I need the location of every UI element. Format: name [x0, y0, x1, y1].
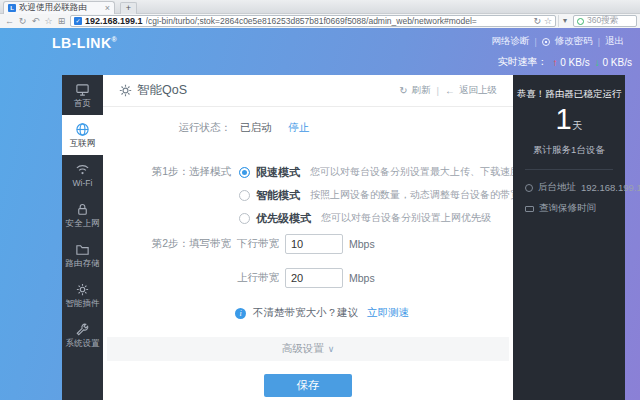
- mode-option-row: 第1步：选择模式 限速模式 您可以对每台设备分别设置最大上传、下载速度: [103, 164, 513, 180]
- tab-close-icon[interactable]: ×: [105, 4, 110, 13]
- back-to-parent-button[interactable]: 返回上级: [459, 84, 497, 97]
- url-reader-icon[interactable]: ↻: [533, 16, 541, 26]
- wrench-icon: [75, 322, 90, 337]
- router-admin-page: LB-LINK® 网络诊断 | 修改密码 | 退出 实时速率： ↑ 0 KB/s…: [0, 28, 640, 400]
- password-icon: [542, 38, 550, 46]
- speed-test-link[interactable]: 立即测速: [367, 306, 409, 320]
- upload-bandwidth-label: 上行带宽: [237, 271, 279, 285]
- sidebar-item-home[interactable]: 首页: [62, 75, 103, 115]
- download-bandwidth-label: 下行带宽: [237, 237, 279, 251]
- apps-grid-icon[interactable]: ⊞: [55, 15, 68, 27]
- refresh-button[interactable]: 刷新: [412, 84, 431, 97]
- status-value: 已启动: [240, 121, 272, 135]
- warranty-line[interactable]: 查询保修时间: [513, 202, 625, 215]
- uptime-days: 1天: [513, 104, 625, 141]
- tip-text: 不清楚带宽大小？建议: [253, 306, 358, 320]
- header-links: 网络诊断 | 修改密码 | 退出: [492, 35, 624, 48]
- sidebar-item-security[interactable]: 安全上网: [62, 195, 103, 235]
- download-arrow-icon: ↓: [595, 57, 600, 68]
- url-dropdown-icon[interactable]: ▾: [558, 15, 571, 27]
- new-tab-button[interactable]: +: [120, 2, 137, 14]
- download-unit: Mbps: [349, 238, 375, 250]
- step2-label: 第2步：填写带宽: [103, 237, 231, 251]
- sidebar-item-plugins[interactable]: 智能插件: [62, 275, 103, 315]
- logout-link[interactable]: 退出: [605, 35, 624, 48]
- sidebar-item-wifi[interactable]: Wi-Fi: [62, 155, 103, 195]
- status-label: 运行状态：: [103, 121, 231, 135]
- chevron-down-icon: ∨: [328, 344, 335, 354]
- back-arrow-icon: ←: [445, 85, 455, 96]
- uptime-days-value: 1: [555, 103, 571, 135]
- separator: |: [598, 37, 600, 47]
- home-icon: [75, 82, 90, 97]
- save-button[interactable]: 保存: [264, 374, 352, 397]
- upload-speed: 0 KB/s: [560, 57, 589, 68]
- status-aside: 恭喜！路由器已稳定运行 1天 累计服务1台设备 后台地址 192.168.199…: [513, 75, 625, 400]
- search-box[interactable]: 360搜索: [573, 15, 637, 27]
- refresh-icon: ↻: [399, 85, 407, 96]
- status-row: 运行状态： 已启动 停止: [103, 121, 513, 135]
- uptime-days-unit: 天: [573, 120, 583, 131]
- address-icon: [525, 184, 533, 192]
- address-bar: ← ↻ ↶ ☆ ⊞ ✓ 192.168.199.1 /cgi-bin/turbo…: [0, 14, 640, 28]
- radio-priority-mode[interactable]: [239, 213, 250, 224]
- panel-header: 智能QoS ↻ 刷新 | ← 返回上级: [103, 75, 513, 107]
- option-desc: 您可以对每台设备分别设置上网优先级: [321, 211, 491, 225]
- wifi-icon: [75, 162, 90, 177]
- separator: |: [437, 85, 439, 96]
- speed-label: 实时速率：: [498, 55, 548, 69]
- gear-icon: [119, 84, 132, 97]
- favicon-icon: L: [8, 4, 16, 12]
- download-bandwidth-input[interactable]: [285, 234, 343, 254]
- brand-logo: LB-LINK®: [52, 35, 117, 51]
- admin-address-value: 192.168.199.1: [581, 182, 640, 193]
- search-engine-icon: [577, 18, 584, 25]
- option-name: 智能模式: [256, 188, 300, 203]
- radio-limit-mode[interactable]: [239, 167, 250, 178]
- smart-plugin-icon: [75, 282, 90, 297]
- browser-window: L 欢迎使用必联路由 × + ← ↻ ↶ ☆ ⊞ ✓ 192.168.199.1…: [0, 0, 640, 400]
- network-diagnose-link[interactable]: 网络诊断: [492, 35, 530, 48]
- upload-unit: Mbps: [349, 272, 375, 284]
- upload-bandwidth-input[interactable]: [285, 268, 343, 288]
- url-field[interactable]: ✓ 192.168.199.1 /cgi-bin/turbo/;stok=286…: [70, 15, 556, 27]
- radio-smart-mode[interactable]: [239, 190, 250, 201]
- lock-icon: [75, 202, 90, 217]
- folder-icon: [75, 242, 90, 257]
- upload-arrow-icon: ↑: [553, 57, 558, 68]
- sidebar-item-storage[interactable]: 路由存储: [62, 235, 103, 275]
- upload-bandwidth-row: 上行带宽 Mbps: [103, 267, 513, 289]
- url-host: 192.168.199.1: [85, 16, 143, 26]
- warranty-link[interactable]: 查询保修时间: [539, 202, 596, 215]
- served-devices: 累计服务1台设备: [513, 144, 625, 157]
- admin-address-line: 后台地址 192.168.199.1: [513, 181, 625, 194]
- sidebar-item-settings[interactable]: 系统设置: [62, 315, 103, 355]
- site-shield-icon: ✓: [74, 17, 82, 25]
- separator: |: [535, 37, 537, 47]
- download-bandwidth-row: 第2步：填写带宽 下行带宽 Mbps: [103, 233, 513, 255]
- refresh-icon[interactable]: ↻: [16, 15, 29, 27]
- panel-title: 智能QoS: [119, 82, 187, 99]
- warranty-icon: [525, 206, 534, 212]
- registered-mark: ®: [112, 36, 118, 43]
- url-bookmark-icon[interactable]: ☆: [544, 16, 552, 26]
- browser-tab[interactable]: L 欢迎使用必联路由 ×: [3, 1, 115, 14]
- undo-icon[interactable]: ↶: [29, 15, 42, 27]
- step1-label: 第1步：选择模式: [103, 165, 231, 179]
- tab-title: 欢迎使用必联路由: [19, 2, 102, 14]
- option-name: 优先级模式: [256, 211, 311, 226]
- option-name: 限速模式: [256, 165, 300, 180]
- uptime-title: 恭喜！路由器已稳定运行: [513, 88, 625, 101]
- favorites-star-icon[interactable]: ☆: [42, 15, 55, 27]
- back-icon[interactable]: ←: [3, 15, 16, 27]
- url-path: /cgi-bin/turbo/;stok=2864c0e5e816253d857…: [146, 16, 531, 26]
- sidebar-item-internet[interactable]: 互联网: [62, 115, 103, 155]
- stop-link[interactable]: 停止: [289, 121, 310, 135]
- qos-panel: 智能QoS ↻ 刷新 | ← 返回上级 运行状态： 已启动 停止 第1步：选择模…: [103, 75, 513, 400]
- admin-address-label: 后台地址: [538, 181, 576, 194]
- option-desc: 您可以对每台设备分别设置最大上传、下载速度: [310, 165, 520, 179]
- change-password-link[interactable]: 修改密码: [555, 35, 593, 48]
- advanced-settings-toggle[interactable]: 高级设置 ∨: [107, 337, 509, 361]
- internet-globe-icon: [75, 122, 90, 137]
- divider: [525, 169, 613, 170]
